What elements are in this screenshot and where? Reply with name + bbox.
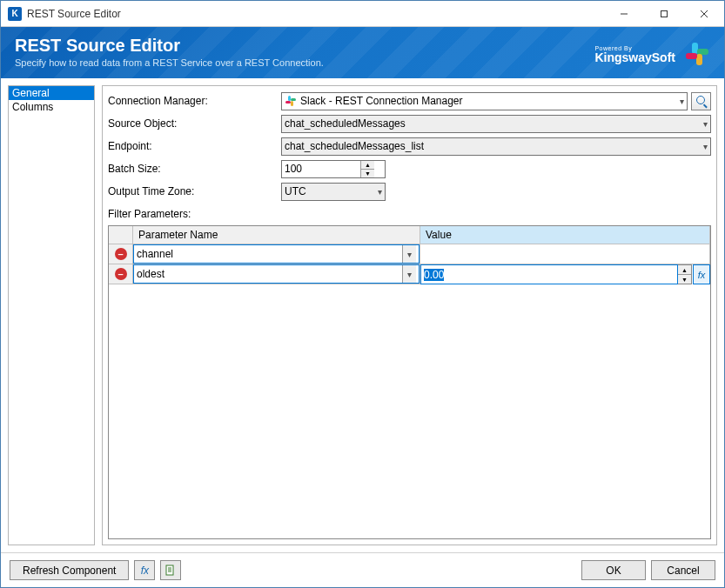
window: K REST Source Editor REST Source Editor … — [0, 0, 725, 588]
expression-button[interactable]: fx — [693, 264, 710, 284]
cancel-button[interactable]: Cancel — [651, 560, 715, 580]
output-tz-label: Output Time Zone: — [108, 185, 278, 197]
fx-icon: fx — [698, 270, 706, 280]
browse-connection-button[interactable] — [691, 92, 711, 110]
minimize-button[interactable] — [604, 1, 644, 26]
chevron-down-icon: ▾ — [402, 245, 416, 263]
titlebar: K REST Source Editor — [1, 1, 724, 27]
sidebar-tab-general[interactable]: General — [9, 86, 94, 100]
chevron-down-icon: ▾ — [402, 265, 416, 283]
documentation-icon — [164, 565, 177, 577]
footer: Refresh Component fx OK Cancel — [1, 552, 724, 587]
close-button[interactable] — [684, 1, 724, 26]
maximize-button[interactable] — [644, 1, 684, 26]
main-panel: Connection Manager: Slack - REST Connect… — [102, 85, 717, 545]
grid-header-indent — [109, 226, 133, 244]
filter-params-label: Filter Parameters: — [108, 208, 711, 220]
fx-icon: fx — [141, 565, 149, 577]
window-title: REST Source Editor — [27, 8, 604, 20]
svg-rect-1 — [661, 10, 668, 17]
batch-size-label: Batch Size: — [108, 163, 278, 175]
output-tz-select[interactable]: UTC ▾ — [281, 183, 386, 201]
source-object-select[interactable]: chat_scheduledMessages ▾ — [281, 115, 711, 133]
delete-row-button[interactable]: – — [109, 244, 133, 264]
minus-icon: – — [115, 268, 127, 280]
grid-row: – channel ▾ — [109, 244, 710, 264]
batch-size-spinner[interactable]: ▲▼ — [360, 161, 374, 177]
sidebar-tab-columns[interactable]: Columns — [9, 100, 94, 114]
grid-row: – oldest ▾ ▲▼ fx — [109, 264, 710, 284]
header-banner: REST Source Editor Specify how to read d… — [1, 27, 724, 78]
grid-header-value[interactable]: Value — [420, 226, 710, 244]
connection-manager-select[interactable]: Slack - REST Connection Manager ▾ — [281, 92, 688, 110]
batch-size-field[interactable] — [282, 161, 360, 177]
source-object-label: Source Object: — [108, 117, 278, 130]
app-icon: K — [8, 7, 22, 21]
connection-manager-label: Connection Manager: — [108, 95, 278, 107]
ok-button[interactable]: OK — [581, 560, 646, 580]
chevron-down-icon: ▾ — [680, 97, 684, 106]
grid-header-name[interactable]: Parameter Name — [133, 226, 420, 244]
param-name-select[interactable]: channel ▾ — [133, 244, 420, 264]
chevron-down-icon: ▾ — [703, 142, 708, 151]
kingswaysoft-logo: Powered By KingswaySoft — [594, 45, 675, 63]
slack-icon — [285, 95, 297, 107]
grid-header: Parameter Name Value — [109, 226, 710, 244]
header-heading: REST Source Editor — [15, 36, 594, 56]
filter-params-grid: Parameter Name Value – channel ▾ — [108, 225, 711, 539]
window-controls — [604, 1, 724, 26]
sidebar: General Columns — [8, 85, 95, 545]
chevron-down-icon: ▾ — [378, 187, 382, 197]
chevron-down-icon: ▾ — [703, 119, 708, 129]
batch-size-input[interactable]: ▲▼ — [281, 160, 386, 178]
endpoint-select[interactable]: chat_scheduledMessages_list ▾ — [281, 137, 711, 156]
header-subtitle: Specify how to read data from a REST Ser… — [15, 57, 594, 68]
expression-editor-button[interactable]: fx — [134, 560, 155, 580]
param-value-cell[interactable] — [420, 244, 710, 264]
param-value-input[interactable] — [420, 264, 678, 284]
documentation-button[interactable] — [160, 560, 181, 580]
slack-logo-icon — [684, 41, 710, 67]
value-spinner[interactable]: ▲▼ — [678, 264, 692, 284]
delete-row-button[interactable]: – — [109, 264, 133, 284]
search-icon — [696, 96, 707, 106]
refresh-component-button[interactable]: Refresh Component — [10, 560, 129, 580]
param-name-select[interactable]: oldest ▾ — [133, 264, 420, 284]
body-area: General Columns Connection Manager: Slac… — [1, 78, 724, 552]
endpoint-label: Endpoint: — [108, 140, 278, 152]
minus-icon: – — [115, 248, 127, 260]
